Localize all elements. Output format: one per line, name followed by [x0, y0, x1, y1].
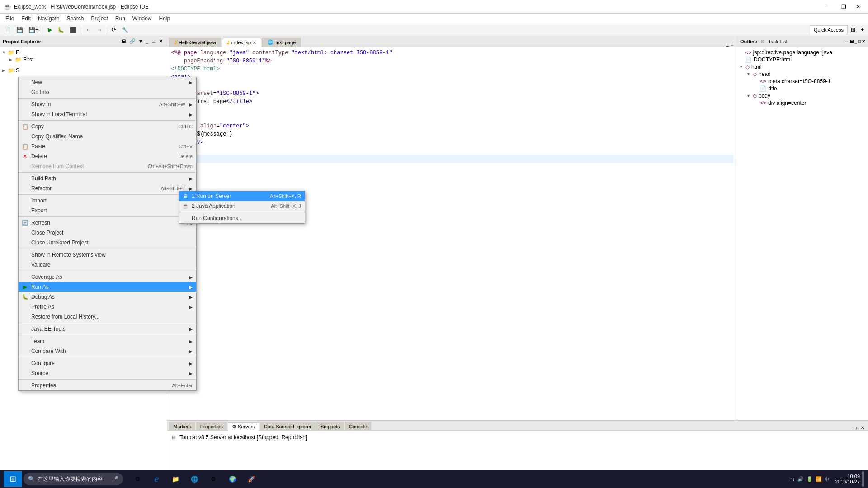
tab-firstpage[interactable]: 🌐 first page — [262, 38, 301, 47]
ctx-show-remote[interactable]: Show in Remote Systems view — [19, 250, 196, 260]
tree-item-first[interactable]: ▶ 📁 First — [0, 56, 167, 63]
ctx-export[interactable]: Export ▶ — [19, 206, 196, 216]
outline-maximize-icon[interactable]: □ — [858, 39, 861, 44]
tab-data-source[interactable]: Data Source Explorer — [260, 422, 316, 430]
toolbar-stop[interactable]: ⬛ — [67, 25, 79, 35]
tab-console[interactable]: Console — [345, 422, 371, 430]
editor-content[interactable]: <%@ page language="java" contentType="te… — [167, 47, 737, 420]
ctx-paste[interactable]: 📋 Paste Ctrl+V — [19, 141, 196, 151]
ctx-run-as[interactable]: ▶ Run As ▶ — [19, 282, 196, 292]
ctx-refactor[interactable]: Refactor Alt+Shift+T ▶ — [19, 183, 196, 193]
outline-item-meta[interactable]: <> meta charset=ISO-8859-1 — [737, 78, 868, 85]
ctx-go-into[interactable]: Go Into — [19, 87, 196, 97]
toolbar-perspective[interactable]: ⊞ — [849, 25, 858, 35]
menu-file[interactable]: File — [2, 14, 18, 23]
start-button[interactable]: ⊞ — [4, 471, 22, 487]
taskbar-app-taskview[interactable]: ⧉ — [128, 471, 146, 487]
toolbar-open-perspective[interactable]: + — [859, 25, 866, 35]
ctx-import[interactable]: Import ▶ — [19, 196, 196, 206]
taskbar-app-chrome[interactable]: 🌐 — [185, 471, 203, 487]
taskbar-search[interactable]: 🔍 在这里输入你要搜索的内容 🎤 — [24, 473, 123, 485]
tree-item-f[interactable]: ▼ 📁 F — [0, 49, 167, 56]
tab-snippets[interactable]: Snippets — [316, 422, 344, 430]
outline-item-head[interactable]: ▼ ◇ head — [737, 70, 868, 78]
ctx-team[interactable]: Team ▶ — [19, 336, 196, 346]
toolbar-extra1[interactable]: ⟳ — [109, 25, 118, 35]
quick-access-button[interactable]: Quick Access — [810, 25, 848, 34]
toolbar-debug[interactable]: 🐛 — [55, 25, 66, 35]
tree-item-s[interactable]: ▶ 📁 S — [0, 67, 167, 74]
ctx-restore-history[interactable]: Restore from Local History... — [19, 312, 196, 322]
restore-button[interactable]: ❐ — [837, 2, 850, 12]
ctx-configure[interactable]: Configure ▶ — [19, 358, 196, 368]
ctx-remove-context[interactable]: Remove from Context Ctrl+Alt+Shift+Down — [19, 161, 196, 171]
outline-item-body[interactable]: ▼ ◇ body — [737, 92, 868, 99]
taskbar-clock[interactable]: 10:09 2019/10/27 — [835, 474, 860, 484]
taskbar-app-settings[interactable]: ⚙ — [204, 471, 222, 487]
menu-navigate[interactable]: Navigate — [34, 14, 63, 23]
outline-collapse-icon[interactable]: ⊟ — [850, 39, 854, 44]
tab-markers[interactable]: Markers — [169, 422, 195, 430]
close-panel-icon[interactable]: ✕ — [157, 38, 164, 45]
toolbar-save-all[interactable]: 💾+ — [26, 25, 41, 35]
ctx-copy[interactable]: 📋 Copy Ctrl+C — [19, 122, 196, 131]
menu-search[interactable]: Search — [63, 14, 87, 23]
menu-run[interactable]: Run — [112, 14, 129, 23]
toolbar-extra2[interactable]: 🔧 — [119, 25, 131, 35]
outline-item-div[interactable]: <> div align=center — [737, 99, 868, 107]
tab-properties[interactable]: Properties — [196, 422, 227, 430]
menu-project[interactable]: Project — [87, 14, 111, 23]
ctx-build-path[interactable]: Build Path ▶ — [19, 174, 196, 183]
outline-item-title[interactable]: 📄 title — [737, 85, 868, 92]
taskbar-app-explorer[interactable]: 📁 — [166, 471, 184, 487]
tab-helloservlet[interactable]: J HelloServlet.java — [169, 38, 221, 47]
close-button[interactable]: ✕ — [852, 2, 864, 12]
link-icon[interactable]: 🔗 — [128, 38, 137, 45]
ctx-copy-qualified[interactable]: Copy Qualified Name — [19, 131, 196, 141]
ctx-compare-with[interactable]: Compare With ▶ — [19, 346, 196, 356]
show-desktop-button[interactable] — [862, 471, 864, 487]
toolbar-forward[interactable]: → — [94, 25, 104, 35]
bottom-panel-minimize[interactable]: _ — [852, 425, 854, 430]
outline-item-directive[interactable]: <> jsp:directive.page language=java — [737, 49, 868, 56]
editor-minimize-icon[interactable]: _ — [726, 42, 729, 47]
ctx-close-unrelated[interactable]: Close Unrelated Project — [19, 238, 196, 248]
server-entry[interactable]: 🖥 Tomcat v8.5 Server at localhost [Stopp… — [171, 432, 864, 442]
ctx-refresh[interactable]: 🔄 Refresh F5 — [19, 218, 196, 228]
outline-close-icon[interactable]: ✕ — [862, 39, 865, 44]
submenu-run-on-server[interactable]: 🖥 1 Run on Server Alt+Shift+X, R — [179, 191, 305, 201]
tab-index-jsp[interactable]: J index.jsp ✕ — [222, 38, 262, 47]
bottom-panel-close[interactable]: ✕ — [861, 425, 864, 430]
ctx-show-terminal[interactable]: Show in Local Terminal ▶ — [19, 109, 196, 119]
tab-index-close[interactable]: ✕ — [253, 40, 256, 45]
submenu-run-configs[interactable]: Run Configurations... — [179, 213, 305, 223]
ctx-debug-as[interactable]: 🐛 Debug As ▶ — [19, 292, 196, 302]
ctx-close-project[interactable]: Close Project — [19, 228, 196, 238]
menu-help[interactable]: Help — [156, 14, 174, 23]
view-menu-icon[interactable]: ▾ — [138, 38, 143, 45]
maximize-panel-icon[interactable]: □ — [151, 38, 156, 45]
menu-edit[interactable]: Edit — [18, 14, 34, 23]
toolbar-back[interactable]: ← — [84, 25, 94, 35]
ctx-show-in[interactable]: Show In Alt+Shift+W ▶ — [19, 99, 196, 109]
context-menu[interactable]: New ▶ Go Into Show In Alt+Shift+W ▶ Show… — [18, 77, 197, 391]
menu-window[interactable]: Window — [129, 14, 156, 23]
outline-minimize-icon[interactable]: _ — [854, 39, 857, 44]
outline-sync-icon[interactable]: ↔ — [844, 39, 849, 44]
ctx-properties[interactable]: Properties Alt+Enter — [19, 380, 196, 390]
ctx-source[interactable]: Source ▶ — [19, 368, 196, 378]
bottom-panel-maximize[interactable]: □ — [856, 425, 859, 430]
outline-item-html[interactable]: ▼ ◇ html — [737, 63, 868, 70]
minimize-button[interactable]: — — [823, 2, 835, 12]
outline-item-doctype[interactable]: 📄 DOCTYPE:html — [737, 56, 868, 63]
taskbar-app-rocket[interactable]: 🚀 — [242, 471, 260, 487]
ctx-delete[interactable]: ✕ Delete Delete — [19, 151, 196, 161]
minimize-panel-icon[interactable]: _ — [144, 38, 150, 45]
submenu-java-app[interactable]: ☕ 2 Java Application Alt+Shift+X, J — [179, 201, 305, 211]
toolbar-new[interactable]: 📄 — [2, 25, 13, 35]
toolbar-run[interactable]: ▶ — [46, 25, 54, 35]
collapse-all-icon[interactable]: ⊟ — [120, 38, 127, 45]
editor-maximize-icon[interactable]: □ — [731, 42, 733, 47]
tab-servers[interactable]: ⚙ Servers — [228, 422, 259, 431]
toolbar-save[interactable]: 💾 — [14, 25, 25, 35]
